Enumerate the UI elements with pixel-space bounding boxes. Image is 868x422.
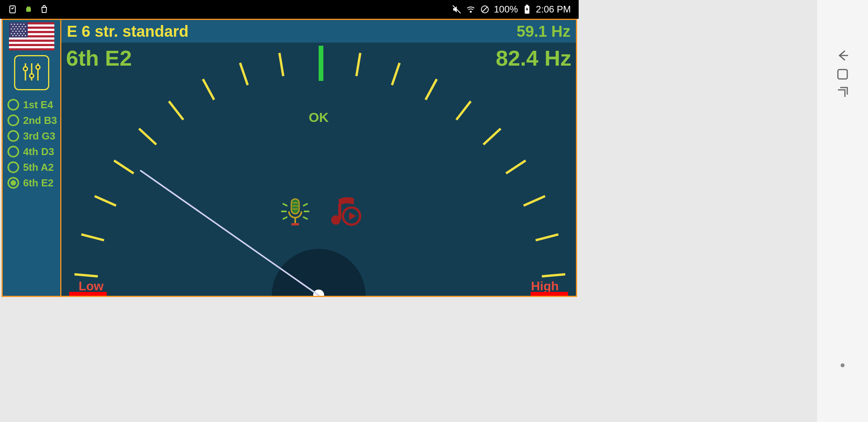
svg-point-39 bbox=[14, 33, 15, 34]
svg-point-49 bbox=[23, 67, 27, 71]
svg-rect-14 bbox=[9, 38, 54, 40]
radio-icon bbox=[7, 99, 19, 111]
dot-icon bbox=[840, 362, 845, 369]
svg-point-5 bbox=[470, 11, 472, 13]
gauge-tick bbox=[138, 128, 157, 145]
ok-label: OK bbox=[309, 110, 329, 125]
gauge-tick bbox=[168, 100, 184, 120]
svg-point-25 bbox=[18, 26, 20, 27]
gauge-tick bbox=[456, 100, 472, 120]
wifi-icon bbox=[466, 4, 476, 14]
string-option-1[interactable]: 1st E4 bbox=[7, 99, 60, 111]
svg-point-37 bbox=[25, 30, 26, 32]
string-option-3[interactable]: 3rd G3 bbox=[7, 130, 60, 142]
svg-point-71 bbox=[841, 363, 845, 367]
tuner-gauge: OK Low High bbox=[61, 43, 576, 296]
settings-button[interactable] bbox=[14, 55, 49, 90]
overflow-button[interactable] bbox=[833, 356, 852, 375]
gauge-tick bbox=[239, 63, 249, 86]
recents-icon bbox=[835, 85, 850, 102]
svg-line-7 bbox=[482, 7, 487, 12]
gauge-tick bbox=[542, 273, 565, 277]
svg-point-41 bbox=[20, 33, 21, 34]
svg-rect-15 bbox=[9, 42, 54, 44]
home-square-icon bbox=[836, 67, 850, 83]
gauge-tick bbox=[74, 273, 98, 277]
radio-icon bbox=[7, 161, 19, 173]
svg-point-43 bbox=[12, 35, 13, 36]
microphone-button[interactable] bbox=[276, 192, 315, 232]
svg-point-30 bbox=[17, 28, 18, 29]
checklist-icon bbox=[8, 4, 18, 14]
tuning-name[interactable]: E 6 str. standard bbox=[67, 23, 188, 40]
svg-rect-70 bbox=[838, 70, 847, 79]
recents-button[interactable] bbox=[833, 84, 852, 103]
gauge-tick bbox=[523, 195, 545, 207]
radio-icon bbox=[7, 114, 19, 126]
svg-point-20 bbox=[17, 23, 18, 25]
svg-point-34 bbox=[15, 30, 16, 32]
svg-point-40 bbox=[17, 33, 18, 34]
svg-point-53 bbox=[36, 65, 40, 69]
flag-us[interactable] bbox=[9, 22, 54, 50]
low-indicator-bar bbox=[69, 292, 107, 296]
svg-point-51 bbox=[30, 74, 34, 78]
gauge-tick bbox=[506, 159, 526, 174]
svg-point-46 bbox=[22, 35, 23, 36]
back-button[interactable] bbox=[833, 47, 852, 66]
string-label: 6th E2 bbox=[23, 177, 54, 189]
svg-rect-9 bbox=[526, 5, 528, 6]
back-arrow-icon bbox=[835, 48, 850, 65]
svg-point-28 bbox=[11, 28, 12, 29]
svg-point-33 bbox=[12, 30, 13, 32]
radio-icon bbox=[7, 177, 19, 189]
string-option-6[interactable]: 6th E2 bbox=[7, 177, 60, 189]
svg-point-26 bbox=[22, 26, 23, 27]
no-sim-icon bbox=[480, 4, 490, 14]
gauge-tick bbox=[81, 233, 104, 241]
string-label: 5th A2 bbox=[23, 162, 54, 173]
radio-icon bbox=[7, 130, 19, 142]
system-navbar bbox=[817, 0, 868, 422]
gauge-tick bbox=[94, 195, 117, 207]
svg-point-38 bbox=[11, 33, 12, 34]
string-option-5[interactable]: 5th A2 bbox=[7, 161, 60, 173]
gauge-needle bbox=[140, 170, 320, 296]
radio-icon bbox=[7, 146, 19, 157]
svg-rect-0 bbox=[10, 6, 15, 13]
svg-line-56 bbox=[283, 217, 287, 219]
mute-icon bbox=[452, 4, 462, 14]
status-bar: 100% 2:06 PM bbox=[0, 0, 579, 19]
gauge-tick bbox=[202, 79, 215, 100]
sidebar: 1st E42nd B33rd G34th D35th A26th E2 bbox=[3, 20, 61, 296]
svg-point-21 bbox=[20, 23, 21, 25]
svg-point-29 bbox=[14, 28, 15, 29]
svg-point-23 bbox=[12, 26, 13, 27]
low-label: Low bbox=[79, 279, 104, 293]
svg-rect-16 bbox=[9, 46, 54, 48]
shopping-bag-icon bbox=[39, 4, 49, 14]
svg-point-19 bbox=[14, 23, 15, 25]
svg-line-57 bbox=[303, 204, 308, 206]
gauge-tick bbox=[278, 53, 285, 76]
svg-point-22 bbox=[23, 23, 24, 25]
app-frame: 1st E42nd B33rd G34th D35th A26th E2 E 6… bbox=[2, 19, 577, 297]
status-right-icons: 100% 2:06 PM bbox=[452, 4, 571, 15]
string-option-2[interactable]: 2nd B3 bbox=[7, 114, 60, 126]
gauge-tick bbox=[425, 79, 438, 100]
status-left-icons bbox=[8, 4, 49, 14]
header-bar: E 6 str. standard 59.1 Hz bbox=[61, 20, 576, 43]
play-tone-button[interactable] bbox=[326, 192, 366, 232]
home-button[interactable] bbox=[833, 66, 852, 84]
string-label: 2nd B3 bbox=[23, 115, 57, 126]
battery-charging-icon bbox=[522, 4, 532, 14]
android-icon bbox=[23, 4, 34, 14]
svg-point-67 bbox=[331, 215, 341, 225]
high-indicator-bar bbox=[531, 292, 568, 296]
svg-rect-1 bbox=[26, 8, 31, 12]
high-label: High bbox=[531, 279, 559, 293]
gauge-tick bbox=[391, 63, 401, 86]
clock-time: 2:06 PM bbox=[536, 4, 571, 15]
string-option-4[interactable]: 4th D3 bbox=[7, 146, 60, 157]
svg-point-27 bbox=[25, 26, 26, 27]
